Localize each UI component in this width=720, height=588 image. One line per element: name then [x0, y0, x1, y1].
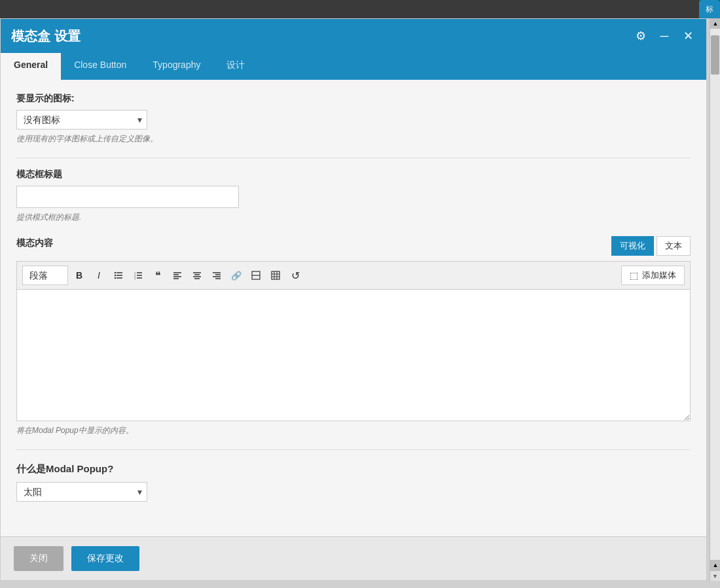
tab-general[interactable]: General — [1, 53, 61, 80]
save-button[interactable]: 保存更改 — [71, 546, 139, 571]
paragraph-select-wrapper: 段落 — [22, 266, 68, 285]
italic-btn[interactable]: I — [90, 267, 107, 284]
icon-field-section: 要显示的图标: 没有图标 图标1 图标2 ▾ 使用现有的字体图标或上传自定义图像… — [16, 93, 691, 145]
modal-title: 模态盒 设置 — [11, 27, 81, 45]
close-icon[interactable]: ✕ — [680, 28, 696, 44]
bold-btn[interactable]: B — [71, 267, 88, 284]
modal-title-input[interactable] — [16, 186, 239, 208]
icon-select-wrapper: 没有图标 图标1 图标2 ▾ — [16, 110, 147, 130]
align-left-btn[interactable] — [169, 267, 186, 284]
question-section: 什么是Modal Popup? 太阳 选项2 选项3 ▾ — [16, 463, 691, 502]
modal-footer: 关闭 保存更改 — [1, 536, 706, 580]
modal-title-label: 模态框标题 — [16, 169, 691, 181]
icon-select[interactable]: 没有图标 图标1 图标2 — [16, 110, 147, 130]
icon-hint: 使用现有的字体图标或上传自定义图像。 — [16, 133, 691, 145]
svg-point-4 — [115, 275, 116, 276]
scroll-bottom-area: ▼ — [710, 570, 720, 581]
align-right-btn[interactable] — [208, 267, 225, 284]
close-button[interactable]: 关闭 — [14, 546, 63, 571]
content-header: 模态内容 可视化 文本 — [16, 236, 691, 256]
blockquote-btn[interactable]: ❝ — [149, 267, 166, 284]
modal-header-icons: ⚙ ─ ✕ — [633, 28, 696, 44]
scroll-up-btn[interactable]: ▲ — [710, 18, 720, 29]
modal-title-hint: 提供模式框的标题. — [16, 212, 691, 223]
icon-label: 要显示的图标: — [16, 93, 691, 105]
svg-rect-26 — [272, 271, 279, 279]
partial-tab: 标 — [699, 0, 720, 18]
question-label: 什么是Modal Popup? — [16, 463, 691, 476]
content-label: 模态内容 — [16, 237, 53, 249]
question-type-select-wrapper: 太阳 选项2 选项3 ▾ — [16, 482, 147, 502]
visual-toggle-btn[interactable]: 可视化 — [611, 236, 654, 256]
bullet-list-btn[interactable] — [110, 267, 127, 284]
scroll-thumb[interactable] — [711, 35, 719, 75]
table-btn[interactable] — [267, 267, 284, 284]
svg-point-5 — [115, 277, 116, 279]
horizontal-rule-btn[interactable] — [247, 267, 264, 284]
paragraph-select[interactable]: 段落 — [22, 266, 68, 285]
undo-btn[interactable]: ↺ — [287, 267, 304, 284]
tab-design[interactable]: 设计 — [213, 53, 258, 80]
tab-typography[interactable]: Typography — [139, 53, 213, 80]
content-field-section: 模态内容 可视化 文本 段落 B I — [16, 236, 691, 436]
numbered-list-btn[interactable]: 123 — [130, 267, 147, 284]
scroll-down-btn[interactable]: ▲ — [710, 560, 720, 570]
editor-container: 段落 B I 123 ❝ — [16, 261, 691, 421]
svg-text:3: 3 — [134, 277, 136, 280]
modal-header: 模态盒 设置 ⚙ ─ ✕ — [1, 19, 706, 53]
add-media-label: 添加媒体 — [642, 269, 676, 281]
text-toggle-btn[interactable]: 文本 — [657, 236, 691, 256]
link-btn[interactable]: 🔗 — [228, 267, 245, 284]
align-center-btn[interactable] — [189, 267, 206, 284]
editor-area[interactable] — [17, 290, 690, 421]
question-type-select[interactable]: 太阳 选项2 选项3 — [16, 482, 147, 502]
svg-point-3 — [115, 272, 116, 273]
right-scrollbar: ▲ ▲ ▼ — [710, 18, 720, 581]
tab-close-button[interactable]: Close Button — [61, 53, 139, 80]
scroll-track — [710, 29, 720, 560]
modal-body: 要显示的图标: 没有图标 图标1 图标2 ▾ 使用现有的字体图标或上传自定义图像… — [1, 80, 706, 536]
minimize-icon[interactable]: ─ — [657, 28, 672, 44]
divider-1 — [16, 158, 691, 158]
add-media-btn[interactable]: ⬚ 添加媒体 — [621, 266, 685, 285]
content-hint: 将在Modal Popup中显示的内容。 — [16, 425, 691, 436]
settings-icon[interactable]: ⚙ — [633, 28, 649, 44]
editor-toolbar: 段落 B I 123 ❝ — [17, 262, 690, 290]
view-toggle: 可视化 文本 — [611, 236, 691, 256]
modal-title-field-section: 模态框标题 提供模式框的标题. — [16, 169, 691, 223]
add-media-icon: ⬚ — [630, 270, 638, 281]
browser-chrome: 标 — [0, 0, 720, 18]
modal-tabs: General Close Button Typography 设计 — [1, 53, 706, 80]
modal-container: 模态盒 设置 ⚙ ─ ✕ General Close Button Typogr… — [0, 18, 707, 581]
divider-2 — [16, 449, 691, 450]
